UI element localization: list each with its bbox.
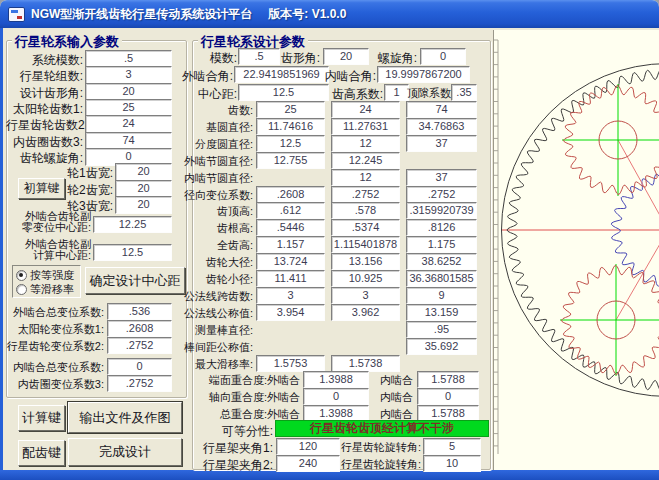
table-cell-ring[interactable]: .8126	[406, 219, 477, 236]
table-cell-sun[interactable]: 11.411	[256, 270, 325, 287]
table-row-label: 棒间距公称值:	[158, 340, 253, 355]
table-cell-planet[interactable]: 10.925	[331, 270, 400, 287]
planet-rotation-field[interactable]: 5	[423, 438, 481, 455]
table-cell-ring[interactable]: 9	[406, 287, 477, 304]
table-row-label: 公法线公称值:	[158, 306, 253, 321]
table-cell-sun[interactable]: 11.74616	[256, 118, 325, 135]
table-cell-planet[interactable]: 11.27631	[331, 118, 400, 135]
table-row-label: 齿数:	[158, 103, 253, 118]
radio-equal-slip-icon[interactable]	[16, 284, 27, 295]
table-cell-sun[interactable]: 1.157	[256, 236, 325, 253]
param-field[interactable]: .5	[85, 50, 172, 68]
app-icon	[8, 7, 25, 22]
gear-match-button[interactable]: 配齿键	[18, 440, 65, 466]
table-row-label: 基圆直径:	[158, 120, 253, 135]
table-cell-ring[interactable]: 35.692	[406, 338, 477, 355]
carrier-angle-label: 行星架夹角2:	[180, 457, 273, 474]
table-cell-planet[interactable]: .2752	[331, 186, 400, 203]
table-cell-sun[interactable]: .5446	[256, 219, 325, 236]
coef-field[interactable]: .2752	[107, 375, 172, 392]
window-title: NGW型渐开线齿轮行星传动系统设计平台	[31, 6, 252, 23]
version-label: 版本号: V1.0.0	[268, 6, 346, 23]
overlap-ext-field[interactable]: 0	[303, 388, 369, 405]
ext-mesh-angle-field[interactable]: 22.9419851969	[234, 66, 329, 83]
table-row-label: 分度圆直径:	[158, 137, 253, 152]
table-cell-sun[interactable]: 3	[256, 287, 325, 304]
table-cell-sun[interactable]: 25	[256, 101, 325, 118]
table-cell-sun[interactable]: .2608	[256, 186, 325, 203]
pressure-angle-field[interactable]: 20	[323, 48, 369, 65]
init-calc-button[interactable]: 初算键	[18, 178, 65, 199]
table-cell-planet[interactable]: .5374	[331, 219, 400, 236]
table-cell-ring[interactable]: 37	[406, 135, 477, 152]
table-row-label: 齿顶高:	[158, 204, 253, 219]
table-cell-planet[interactable]: .578	[331, 202, 400, 219]
calculate-button[interactable]: 计算键	[18, 405, 65, 431]
table-cell-planet[interactable]: 12	[331, 135, 400, 152]
table-cell-ring[interactable]: 36.36801585	[406, 270, 477, 287]
table-cell-sun[interactable]: .612	[256, 202, 325, 219]
coef-label: 太阳轮变位系数1:	[0, 322, 104, 337]
table-cell-planet[interactable]: 24	[331, 101, 400, 118]
table-cell-planet[interactable]: 12	[331, 169, 400, 186]
carrier-angle-field[interactable]: 120	[276, 438, 340, 455]
module-label: 模数:	[178, 50, 237, 67]
table-cell-planet[interactable]: 3	[331, 287, 400, 304]
overlap-int-label: 内啮合	[375, 390, 413, 405]
pressure-angle-label: 齿形角:	[270, 50, 320, 67]
finish-design-button[interactable]: 完成设计	[68, 438, 182, 466]
table-cell-sun[interactable]: 12.5	[256, 135, 325, 152]
input-params-title: 行星轮系输入参数	[12, 33, 122, 51]
table-cell-ring[interactable]: 1.175	[406, 236, 477, 253]
divisibility-banner: 行星齿轮齿顶经计算不干涉	[275, 420, 489, 437]
table-row-label: 内啮节圆直径:	[158, 171, 253, 186]
param-field[interactable]: 3	[85, 66, 172, 84]
helix-angle-field[interactable]: 0	[420, 48, 466, 65]
title-bar[interactable]: NGW型渐开线齿轮行星传动系统设计平台 版本号: V1.0.0	[0, 0, 659, 28]
output-file-plot-button[interactable]: 输出文件及作图	[68, 402, 182, 433]
table-cell-planet[interactable]: 1.5738	[331, 355, 400, 372]
zero-shift-center-label-line2: 零变位中心距:	[22, 221, 91, 233]
table-row-label: 外啮节圆直径:	[158, 154, 253, 169]
table-cell-planet[interactable]: 3.962	[331, 304, 400, 321]
gear-drawing-canvas	[493, 30, 659, 470]
clearance-coef-field[interactable]: .35	[451, 84, 477, 101]
int-mesh-angle-field[interactable]: 19.9997867200	[377, 66, 470, 83]
table-cell-ring[interactable]: .3159920739	[406, 202, 477, 219]
table-cell-ring[interactable]: 37	[406, 169, 477, 186]
radio-equal-strength-icon[interactable]	[16, 270, 27, 281]
param-field[interactable]: 20	[85, 83, 172, 101]
table-cell-planet[interactable]: 1.115401878	[331, 236, 400, 253]
table-cell-ring[interactable]: .95	[406, 321, 477, 338]
table-cell-planet[interactable]: 12.245	[331, 152, 400, 169]
addendum-coef-field[interactable]: 1	[384, 84, 409, 101]
window-border-left	[0, 28, 3, 480]
overlap-int-field[interactable]: 0	[417, 388, 479, 405]
table-cell-sun[interactable]: 13.724	[256, 253, 325, 270]
table-cell-ring[interactable]: 74	[406, 101, 477, 118]
overlap-int-field[interactable]: 1.5788	[417, 371, 479, 388]
table-cell-ring[interactable]: 34.76863	[406, 118, 477, 135]
table-cell-sun[interactable]: 1.5753	[256, 355, 325, 372]
radio-equal-slip[interactable]: 等滑移率	[16, 282, 74, 297]
table-cell-sun[interactable]: 3.954	[256, 304, 325, 321]
carrier-angle-field[interactable]: 240	[276, 455, 340, 472]
center-distance-field[interactable]: 12.5	[238, 84, 329, 101]
table-cell-ring[interactable]: 13.159	[406, 304, 477, 321]
radio-equal-strength[interactable]: 按等强度	[16, 268, 74, 283]
planetary-gear-diagram	[494, 30, 659, 470]
overlap-ext-field[interactable]: 1.3988	[303, 371, 369, 388]
planet-rotation-field[interactable]: 10	[423, 455, 481, 472]
param-label: 系统模数:	[6, 52, 83, 69]
overlap-int-label: 内啮合	[375, 373, 413, 388]
calc-center-label-line2: 计算中心距:	[33, 249, 91, 261]
divisibility-label: 可等分性:	[195, 423, 273, 440]
table-row-label: 公法线跨齿数:	[158, 289, 253, 304]
app-window: NGW型渐开线齿轮行星传动系统设计平台 版本号: V1.0.0 行星轮系输入参数…	[0, 0, 659, 480]
table-cell-sun[interactable]: 12.755	[256, 152, 325, 169]
table-cell-planet[interactable]: 13.156	[331, 253, 400, 270]
table-cell-ring[interactable]: 38.6252	[406, 253, 477, 270]
table-row-label: 齿轮大径:	[158, 255, 253, 270]
table-cell-ring[interactable]: .2752	[406, 186, 477, 203]
coef-label: 外啮合总变位系数:	[0, 305, 104, 320]
